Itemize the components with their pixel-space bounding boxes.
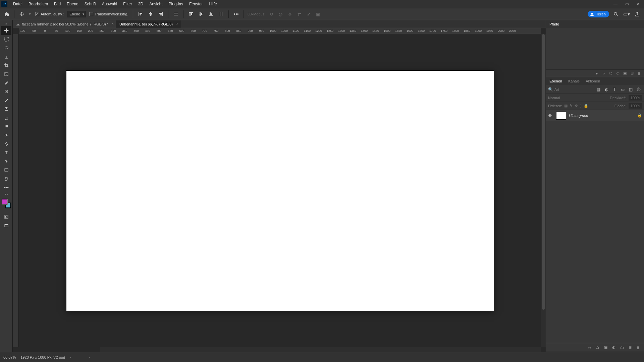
layer-name[interactable]: Hintergrund (569, 114, 635, 118)
paths-panel-body[interactable] (546, 28, 644, 69)
align-left-icon[interactable] (137, 10, 145, 18)
tab-actions[interactable]: Aktionen (584, 79, 601, 83)
menu-filter[interactable]: Filter (120, 0, 135, 8)
adjustment-layer-icon[interactable]: ◐ (610, 345, 617, 351)
new-group-icon[interactable]: 🗀 (619, 345, 625, 351)
menu-hilfe[interactable]: Hilfe (206, 0, 220, 8)
menu-auswahl[interactable]: Auswahl (99, 0, 120, 8)
stroke-path-icon[interactable]: ○ (601, 71, 607, 76)
lock-icon[interactable]: 🔒 (637, 113, 642, 118)
object-selection-tool[interactable] (1, 52, 11, 61)
auto-select-target-dropdown[interactable]: Ebene (67, 11, 86, 17)
zoom-level[interactable]: 66,67% (3, 355, 16, 359)
quick-mask-icon[interactable] (1, 213, 11, 221)
layer-row[interactable]: 👁 Hintergrund 🔒 (546, 110, 644, 121)
document-info[interactable]: 1920 Px x 1080 Px (72 ppi) (20, 355, 65, 359)
lasso-tool[interactable] (1, 44, 11, 52)
filter-toggle-icon[interactable]: ⏻ (635, 86, 642, 93)
filter-smart-icon[interactable]: ◫ (627, 86, 634, 93)
horizontal-ruler[interactable]: -100-50050100150200250300350400450500550… (19, 28, 541, 34)
filter-shape-icon[interactable]: ▭ (619, 86, 626, 93)
foreground-color-swatch[interactable] (2, 199, 7, 204)
window-restore-icon[interactable]: ▭ (621, 0, 633, 8)
home-icon[interactable] (3, 10, 11, 18)
document-tab[interactable]: Unbenannt-1 bei 66,7% (RGB/8) × (116, 20, 180, 28)
gradient-tool[interactable] (1, 122, 11, 131)
vertical-ruler[interactable] (13, 34, 19, 347)
share-button[interactable]: Teilen (588, 11, 609, 17)
filter-pixel-icon[interactable]: ▦ (595, 86, 602, 93)
menu-fenster[interactable]: Fenster (186, 0, 206, 8)
layer-style-icon[interactable]: fx (594, 345, 601, 351)
clone-stamp-tool[interactable] (1, 105, 11, 113)
horizontal-scrollbar[interactable] (100, 347, 541, 352)
more-tools-icon[interactable]: ••• (1, 183, 11, 192)
vertical-scrollbar[interactable] (541, 34, 546, 347)
align-bottom-icon[interactable] (207, 10, 215, 18)
add-mask-icon[interactable]: ▣ (622, 71, 628, 76)
document-tab[interactable]: ☁ facecam rahmen.psdc bei 50,8% (Ebene 7… (13, 20, 116, 28)
filter-adjust-icon[interactable]: ◐ (603, 86, 610, 93)
window-minimize-icon[interactable]: — (610, 0, 621, 8)
visibility-toggle-icon[interactable]: 👁 (548, 113, 553, 118)
search-icon[interactable]: 🔍 (548, 87, 553, 92)
swap-colors-icon[interactable] (1, 192, 11, 197)
pen-tool[interactable] (1, 139, 11, 148)
opacity-value[interactable]: 100% (629, 95, 642, 101)
screen-mode-icon[interactable] (1, 221, 11, 230)
delete-layer-icon[interactable]: 🗑 (635, 345, 641, 351)
doc-info-chevron-icon[interactable]: › (70, 355, 71, 359)
color-swatches[interactable] (2, 199, 11, 208)
eyedropper-tool[interactable] (1, 78, 11, 87)
path-to-selection-icon[interactable]: ◌ (608, 71, 614, 76)
marquee-tool[interactable] (1, 35, 11, 44)
canvas-viewport[interactable] (19, 34, 541, 347)
tool-preset-dropdown-icon[interactable]: ▾ (28, 10, 32, 18)
export-icon[interactable] (633, 10, 641, 18)
artboard[interactable] (66, 71, 494, 311)
align-top-icon[interactable] (187, 10, 195, 18)
shape-tool[interactable] (1, 166, 11, 174)
menu-ansicht[interactable]: Ansicht (146, 0, 165, 8)
healing-brush-tool[interactable] (1, 87, 11, 96)
lock-artboard-icon[interactable]: ▯ (580, 104, 582, 108)
frame-tool[interactable] (1, 70, 11, 78)
menu-bild[interactable]: Bild (51, 0, 64, 8)
workspace-switcher-icon[interactable]: ▭▾ (623, 10, 631, 18)
auto-select-checkbox[interactable]: ✓Autom. ausw.: (34, 12, 65, 16)
lock-position-icon[interactable]: ✥ (575, 104, 578, 108)
crop-tool[interactable] (1, 61, 11, 70)
close-tab-icon[interactable]: × (112, 22, 114, 25)
add-mask-icon[interactable]: ▣ (602, 345, 609, 351)
eraser-tool[interactable] (1, 113, 11, 122)
new-path-icon[interactable]: ⊞ (629, 71, 635, 76)
fill-value[interactable]: 100% (629, 103, 642, 109)
align-center-v-icon[interactable] (197, 10, 205, 18)
distribute-icon[interactable] (172, 10, 180, 18)
dodge-tool[interactable] (1, 131, 11, 139)
menu-3d[interactable]: 3D (135, 0, 146, 8)
move-tool[interactable] (1, 26, 11, 35)
close-tab-icon[interactable]: × (176, 22, 178, 25)
link-layers-icon[interactable]: ∞ (586, 345, 593, 351)
hand-tool[interactable] (1, 174, 11, 183)
menu-ebene[interactable]: Ebene (64, 0, 82, 8)
tab-layers[interactable]: Ebenen (548, 79, 564, 83)
more-align-icon[interactable]: ••• (232, 10, 240, 18)
menu-bearbeiten[interactable]: Bearbeiten (25, 0, 51, 8)
layer-thumbnail[interactable] (556, 112, 566, 120)
lock-all-icon[interactable]: 🔒 (584, 104, 588, 108)
layer-filter-input[interactable] (554, 87, 578, 92)
delete-path-icon[interactable]: 🗑 (636, 71, 642, 76)
filter-type-icon[interactable]: T (611, 86, 618, 93)
type-tool[interactable]: T (1, 148, 11, 157)
make-work-path-icon[interactable]: ◇ (615, 71, 621, 76)
align-center-h-icon[interactable] (147, 10, 155, 18)
menu-datei[interactable]: Datei (10, 0, 25, 8)
tab-paths[interactable]: Pfade (548, 22, 560, 26)
transform-controls-checkbox[interactable]: Transformationsstrg. (88, 12, 129, 16)
path-selection-tool[interactable] (1, 157, 11, 166)
scrollbar-thumb[interactable] (542, 34, 545, 310)
lock-transparency-icon[interactable]: ▦ (564, 104, 568, 108)
distribute-v-icon[interactable] (217, 10, 225, 18)
